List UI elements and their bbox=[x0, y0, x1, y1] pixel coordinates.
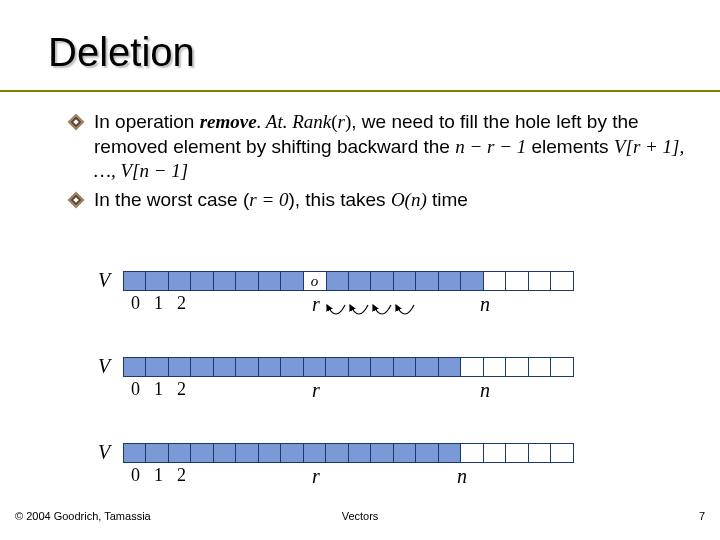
copyright: © 2004 Goodrich, Tamassia bbox=[15, 510, 151, 522]
idx-0: 0 bbox=[124, 293, 147, 314]
cell bbox=[325, 357, 349, 377]
hole-o-label: o bbox=[304, 273, 326, 290]
cell bbox=[145, 271, 169, 291]
bullet-1-text-c: elements bbox=[526, 136, 614, 157]
cell bbox=[528, 271, 552, 291]
bullet-1-text-a: In operation bbox=[94, 111, 200, 132]
bullet-2-text-c: time bbox=[427, 189, 468, 210]
cell bbox=[235, 443, 259, 463]
cell bbox=[168, 357, 192, 377]
cell bbox=[483, 271, 507, 291]
cell bbox=[280, 271, 304, 291]
r-label: r bbox=[312, 465, 320, 488]
cell bbox=[235, 271, 259, 291]
page-number: 7 bbox=[699, 510, 705, 522]
cell bbox=[415, 357, 439, 377]
bullet-2-text-b: ), this takes bbox=[288, 189, 390, 210]
cell bbox=[370, 443, 394, 463]
array-row-1: V o bbox=[110, 265, 610, 345]
cell bbox=[213, 271, 237, 291]
bullet-list: In operation remove. At. Rank(r), we nee… bbox=[70, 110, 690, 217]
cell bbox=[190, 271, 214, 291]
array-label-V: V bbox=[98, 269, 110, 292]
idx-2: 2 bbox=[170, 379, 193, 400]
array-label-V: V bbox=[98, 355, 110, 378]
idx-0: 0 bbox=[124, 379, 147, 400]
cell bbox=[393, 443, 417, 463]
cell bbox=[123, 443, 147, 463]
cell bbox=[235, 357, 259, 377]
cell bbox=[370, 271, 394, 291]
cell bbox=[460, 357, 484, 377]
bullet-1-nr1: n − r − 1 bbox=[455, 136, 526, 157]
cell bbox=[325, 271, 349, 291]
cell bbox=[438, 443, 462, 463]
title-underline bbox=[0, 90, 720, 92]
cell bbox=[550, 357, 574, 377]
cell bbox=[415, 271, 439, 291]
cell bbox=[393, 271, 417, 291]
cell bbox=[483, 357, 507, 377]
cell bbox=[483, 443, 507, 463]
cell bbox=[190, 443, 214, 463]
array-row-3: V bbox=[110, 437, 610, 497]
bullet-2-On: O(n) bbox=[391, 189, 427, 210]
cell bbox=[505, 357, 529, 377]
cell bbox=[280, 357, 304, 377]
cell bbox=[528, 443, 552, 463]
bullet-1-func-rest: . At. Rank bbox=[257, 111, 332, 132]
cell bbox=[415, 443, 439, 463]
footer-center: Vectors bbox=[342, 510, 379, 522]
r-label: r bbox=[312, 379, 320, 402]
cell bbox=[213, 443, 237, 463]
bullet-2-req: r = 0 bbox=[249, 189, 288, 210]
cell bbox=[550, 271, 574, 291]
cell bbox=[325, 443, 349, 463]
cell bbox=[145, 357, 169, 377]
array-diagrams: V o bbox=[110, 265, 610, 503]
cell bbox=[348, 357, 372, 377]
index-labels: 012 bbox=[124, 379, 193, 400]
diamond-icon bbox=[70, 116, 82, 128]
cell bbox=[438, 357, 462, 377]
n-label: n bbox=[480, 379, 490, 402]
n-label: n bbox=[457, 465, 467, 488]
cell bbox=[258, 357, 282, 377]
diamond-icon bbox=[70, 194, 82, 206]
cell bbox=[123, 357, 147, 377]
cells-1: o bbox=[124, 271, 574, 291]
cell bbox=[258, 271, 282, 291]
cells-3 bbox=[124, 443, 574, 463]
cell bbox=[348, 443, 372, 463]
cell bbox=[123, 271, 147, 291]
bullet-1: In operation remove. At. Rank(r), we nee… bbox=[70, 110, 690, 184]
cell bbox=[438, 271, 462, 291]
idx-2: 2 bbox=[170, 293, 193, 314]
cell bbox=[168, 443, 192, 463]
cell bbox=[145, 443, 169, 463]
bullet-1-func: remove bbox=[200, 111, 257, 132]
bullet-2-text-a: In the worst case ( bbox=[94, 189, 249, 210]
idx-1: 1 bbox=[147, 379, 170, 400]
cell-hole: o bbox=[303, 271, 327, 291]
cell bbox=[393, 357, 417, 377]
cell bbox=[550, 443, 574, 463]
cell bbox=[348, 271, 372, 291]
index-labels: 012 bbox=[124, 293, 193, 314]
slide: Deletion In operation remove. At. Rank(r… bbox=[0, 0, 720, 540]
footer: © 2004 Goodrich, Tamassia Vectors 7 bbox=[15, 510, 705, 530]
bullet-1-arg: r bbox=[338, 111, 345, 132]
cell bbox=[280, 443, 304, 463]
cell bbox=[505, 271, 529, 291]
array-label-V: V bbox=[98, 441, 110, 464]
cell bbox=[303, 443, 327, 463]
cell bbox=[528, 357, 552, 377]
n-label: n bbox=[480, 293, 490, 316]
slide-title: Deletion bbox=[48, 30, 195, 75]
array-row-2: V bbox=[110, 351, 610, 431]
idx-0: 0 bbox=[124, 465, 147, 486]
idx-2: 2 bbox=[170, 465, 193, 486]
idx-1: 1 bbox=[147, 465, 170, 486]
bullet-2: In the worst case (r = 0), this takes O(… bbox=[70, 188, 690, 213]
idx-1: 1 bbox=[147, 293, 170, 314]
